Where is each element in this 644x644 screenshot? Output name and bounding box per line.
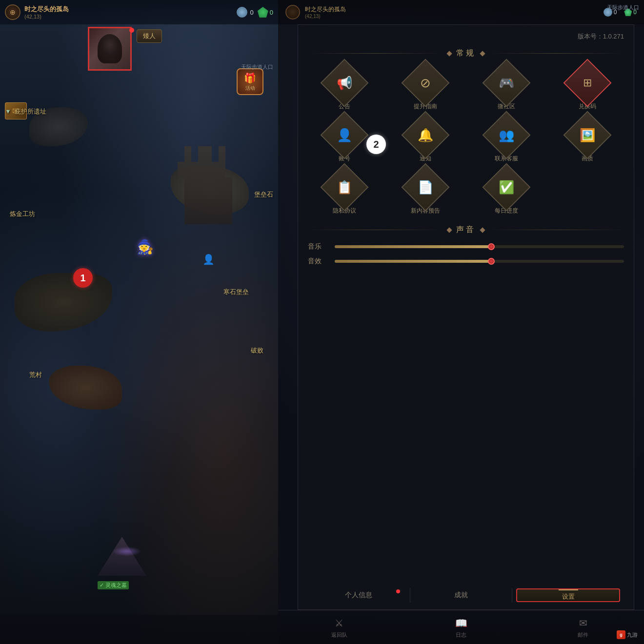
icon-preview[interactable]: 📄 新内容预告 bbox=[389, 170, 463, 215]
sound-divider-diamond-left bbox=[446, 227, 452, 233]
divider-line-left bbox=[308, 53, 443, 54]
settings-panel: 版本号：1.0.271 常规 📢 公告 ⊘ bbox=[298, 24, 634, 610]
quality-icon: 🖼️ bbox=[580, 128, 595, 143]
icon-community[interactable]: 🎮 微社区 bbox=[470, 66, 543, 111]
icon-notification[interactable]: 🔔 通知 bbox=[389, 118, 463, 163]
shelter-label: ▼ 庇护所遗址 bbox=[5, 107, 46, 116]
icon-grid-row1: 📢 公告 ⊘ 提升指南 🎮 微社区 bbox=[308, 66, 624, 111]
step-badge-2: 2 bbox=[366, 135, 386, 154]
wasteland-label: 荒村 bbox=[29, 371, 42, 379]
footer-achievement[interactable]: 成就 bbox=[410, 591, 512, 600]
quality-diamond: 🖼️ bbox=[563, 111, 611, 159]
icon-grid-row3: 📋 隐私协议 📄 新内容预告 ✅ 每日进度 bbox=[308, 170, 624, 215]
announcement-icon: 📢 bbox=[337, 76, 352, 91]
avatar-red-dot bbox=[129, 28, 134, 33]
watermark-icon: g bbox=[617, 630, 625, 639]
character-avatar[interactable] bbox=[88, 27, 132, 71]
footer-settings-button[interactable]: 设置 bbox=[516, 588, 620, 602]
watermark-text: 九游 bbox=[627, 631, 638, 639]
nav-return[interactable]: ⚔ 返回队 bbox=[278, 616, 400, 639]
divider-diamond-left bbox=[446, 51, 452, 56]
dwarf-button[interactable]: 矮人 bbox=[137, 29, 162, 43]
sfx-slider-fill bbox=[335, 260, 494, 263]
icon-daily[interactable]: ✅ 每日进度 bbox=[470, 170, 543, 215]
sound-divider-line-right bbox=[489, 230, 624, 230]
sound-section: 声音 音乐 音效 bbox=[308, 225, 624, 266]
icon-guide[interactable]: ⊘ 提升指南 bbox=[389, 66, 463, 111]
support-diamond: 👥 bbox=[482, 111, 530, 159]
icon-support[interactable]: 👥 联系客服 bbox=[470, 118, 543, 163]
nav-log-label: 日志 bbox=[456, 631, 466, 639]
right-location-icon bbox=[285, 5, 300, 20]
activity-button[interactable]: 🎁 活动 bbox=[237, 68, 263, 95]
support-icon: 👥 bbox=[499, 128, 514, 143]
watermark: g 九游 bbox=[614, 629, 640, 640]
step-badge-1: 1 bbox=[73, 268, 93, 288]
coldstone-label: 寒石堡垒 bbox=[223, 288, 249, 296]
icon-privacy[interactable]: 📋 隐私协议 bbox=[308, 170, 382, 215]
gem-amount-left: 0 bbox=[270, 9, 273, 16]
right-game-panel: 时之尽头的孤岛 (42,13) 0 0 天际步道人口 版本号：1.0.271 常… bbox=[278, 0, 644, 644]
account-icon: 👤 bbox=[337, 128, 352, 143]
icon-announcement[interactable]: 📢 公告 bbox=[308, 66, 382, 111]
soul-checkmark: ✓ 灵魂之墓 bbox=[98, 581, 129, 589]
broken-label: 破败 bbox=[251, 346, 263, 355]
community-icon: 🎮 bbox=[499, 76, 514, 91]
notification-diamond: 🔔 bbox=[402, 111, 450, 159]
sfx-label: 音效 bbox=[308, 257, 327, 266]
sound-divider-line-left bbox=[308, 230, 443, 230]
nav-return-icon: ⚔ bbox=[332, 616, 346, 630]
divider-diamond-right bbox=[480, 51, 485, 56]
activity-icon: 🎁 bbox=[244, 72, 256, 84]
right-sky-steps: 天际步道人口 bbox=[607, 4, 639, 11]
sfx-slider-track[interactable] bbox=[335, 260, 624, 263]
location-info: 时之尽头的孤岛 (42,13) bbox=[24, 5, 69, 20]
divider-line-right bbox=[489, 53, 624, 54]
preview-icon: 📄 bbox=[418, 180, 433, 195]
community-diamond: 🎮 bbox=[482, 59, 530, 107]
grid-placeholder bbox=[550, 170, 584, 215]
avatar-figure bbox=[89, 28, 130, 69]
music-slider-track[interactable] bbox=[335, 245, 624, 248]
section-sound-title: 声音 bbox=[456, 225, 476, 235]
location-icon: ⊕ bbox=[5, 4, 20, 20]
coin-icon bbox=[237, 7, 247, 18]
sound-section-divider: 声音 bbox=[308, 225, 624, 235]
bottom-navigation: ⚔ 返回队 📖 日志 ✉ 邮件 g 九游 bbox=[278, 610, 644, 644]
map-character-secondary: 👤 bbox=[202, 254, 215, 265]
nav-log-icon: 📖 bbox=[454, 616, 468, 630]
alchemy-label: 炼金工坊 bbox=[10, 210, 35, 218]
settings-footer: 个人信息 成就 设置 bbox=[298, 581, 634, 610]
basalt-label: 堡垒石 bbox=[254, 190, 273, 199]
sfx-slider-row: 音效 bbox=[308, 257, 624, 266]
version-text: 版本号：1.0.271 bbox=[308, 32, 624, 41]
icon-grid-row2: 👤 账号 🔔 通知 👥 联系客服 bbox=[308, 118, 624, 163]
nav-mail-icon: ✉ bbox=[576, 616, 590, 630]
icon-redeem[interactable]: ⊞ 兑换码 bbox=[550, 66, 624, 111]
privacy-diamond: 📋 bbox=[321, 163, 369, 212]
left-bottom-bar bbox=[0, 615, 278, 644]
right-top-bar: 时之尽头的孤岛 (42,13) 0 0 天际步道人口 bbox=[278, 0, 644, 24]
nav-log[interactable]: 📖 日志 bbox=[400, 616, 522, 639]
settings-btn-label: 设置 bbox=[562, 592, 575, 601]
announcement-diamond: 📢 bbox=[321, 59, 369, 107]
privacy-icon: 📋 bbox=[337, 180, 352, 195]
music-slider-row: 音乐 bbox=[308, 242, 624, 251]
general-section-divider: 常规 bbox=[308, 48, 624, 59]
redeem-icon: ⊞ bbox=[583, 77, 592, 89]
nav-return-label: 返回队 bbox=[331, 631, 347, 639]
icon-quality[interactable]: 🖼️ 画质 bbox=[550, 118, 624, 163]
sound-divider-diamond-right bbox=[480, 227, 485, 233]
avatar-hood bbox=[98, 34, 122, 63]
footer-divider2 bbox=[512, 588, 512, 603]
sfx-slider-thumb bbox=[488, 258, 495, 265]
music-slider-thumb bbox=[488, 243, 495, 250]
guide-diamond: ⊘ bbox=[402, 59, 450, 107]
preview-diamond: 📄 bbox=[402, 163, 450, 212]
account-diamond: 👤 bbox=[321, 111, 369, 159]
footer-personal-info[interactable]: 个人信息 bbox=[308, 591, 410, 600]
guide-icon: ⊘ bbox=[420, 76, 431, 91]
daily-icon: ✅ bbox=[499, 180, 514, 195]
left-game-panel: ⊕ 时之尽头的孤岛 (42,13) 0 0 矮人 🎁 活动 ✉ 天际步道人口 bbox=[0, 0, 278, 644]
notification-icon: 🔔 bbox=[418, 128, 433, 143]
